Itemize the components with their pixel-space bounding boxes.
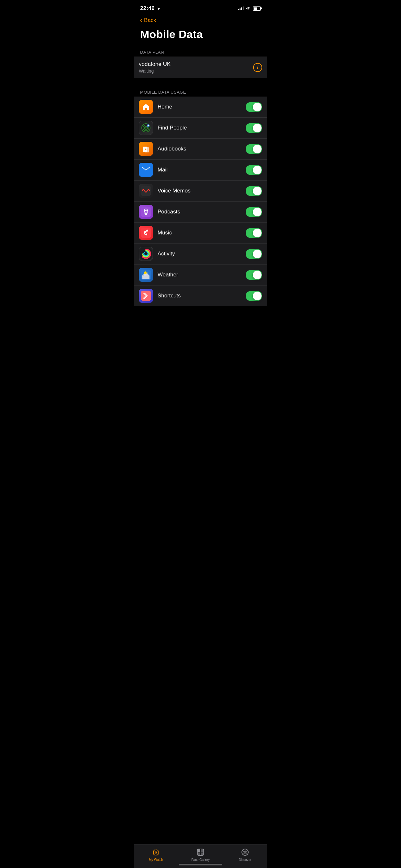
shortcuts-toggle[interactable] (246, 291, 262, 301)
shortcuts-label: Shortcuts (158, 292, 246, 299)
svg-point-4 (145, 127, 147, 128)
list-item-weather: Weather (134, 265, 267, 285)
home-app-icon (139, 100, 153, 114)
find-people-label: Find People (158, 125, 246, 131)
spacer-1 (134, 78, 267, 87)
signal-icon (238, 6, 244, 10)
svg-rect-25 (143, 276, 150, 279)
carrier-info: vodafone UK Waiting (139, 61, 171, 73)
status-time-area: 22:46 ➤ (140, 5, 160, 11)
info-button[interactable]: i (253, 63, 262, 72)
audiobooks-app-icon (139, 142, 153, 156)
location-icon: ➤ (157, 6, 160, 11)
battery-icon (253, 6, 261, 11)
activity-toggle[interactable] (246, 249, 262, 259)
mobile-data-usage-list: Home Find People (134, 97, 267, 306)
podcasts-app-icon (139, 205, 153, 219)
weather-label: Weather (158, 272, 246, 278)
back-label: Back (144, 17, 156, 24)
wifi-icon (246, 6, 251, 10)
svg-rect-16 (141, 228, 151, 238)
svg-rect-8 (145, 147, 149, 152)
list-item-find-people: Find People (134, 118, 267, 138)
mail-app-icon (139, 163, 153, 177)
data-plan-section-header: DATA PLAN (134, 47, 267, 57)
music-toggle[interactable] (246, 228, 262, 238)
list-item-home: Home (134, 97, 267, 118)
carrier-status: Waiting (139, 68, 171, 73)
weather-toggle[interactable] (246, 270, 262, 280)
voice-memos-label: Voice Memos (158, 188, 246, 194)
home-toggle[interactable] (246, 102, 262, 112)
home-label: Home (158, 104, 246, 110)
list-item-voice-memos: Voice Memos (134, 181, 267, 202)
back-button[interactable]: ‹ Back (134, 14, 267, 26)
svg-point-13 (145, 210, 147, 211)
data-plan-container: vodafone UK Waiting i (134, 57, 267, 78)
carrier-name: vodafone UK (139, 61, 171, 67)
mobile-data-usage-section-header: MOBILE DATA USAGE (134, 87, 267, 97)
status-icons (238, 6, 261, 11)
back-chevron-icon: ‹ (140, 17, 142, 24)
page-title: Mobile Data (134, 26, 267, 47)
weather-app-icon (139, 268, 153, 282)
list-item-audiobooks: Audiobooks (134, 138, 267, 159)
podcasts-label: Podcasts (158, 209, 246, 215)
find-people-toggle[interactable] (246, 123, 262, 133)
svg-point-6 (148, 125, 149, 126)
svg-point-26 (144, 272, 147, 274)
activity-app-icon (139, 247, 153, 261)
list-item-activity: Activity (134, 244, 267, 265)
data-plan-item[interactable]: vodafone UK Waiting i (134, 57, 267, 78)
voice-memos-app-icon (139, 184, 153, 198)
audiobooks-label: Audiobooks (158, 146, 246, 152)
list-item-music: Music (134, 222, 267, 244)
music-label: Music (158, 229, 246, 236)
mail-toggle[interactable] (246, 165, 262, 175)
music-app-icon (139, 226, 153, 240)
status-bar: 22:46 ➤ (134, 0, 267, 14)
shortcuts-app-icon (139, 289, 153, 303)
audiobooks-toggle[interactable] (246, 144, 262, 154)
status-time: 22:46 (140, 5, 155, 11)
find-people-app-icon (139, 121, 153, 135)
list-item-podcasts: Podcasts (134, 202, 267, 222)
mail-label: Mail (158, 166, 246, 173)
podcasts-toggle[interactable] (246, 207, 262, 217)
activity-label: Activity (158, 251, 246, 257)
voice-memos-toggle[interactable] (246, 186, 262, 196)
list-item-shortcuts: Shortcuts (134, 285, 267, 306)
list-item-mail: Mail (134, 159, 267, 181)
